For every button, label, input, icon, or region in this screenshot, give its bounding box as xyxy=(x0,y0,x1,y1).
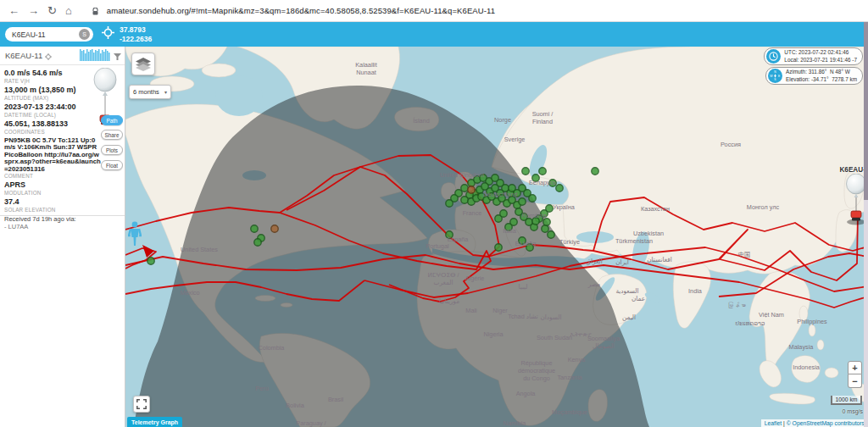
receiver-station-marker[interactable] xyxy=(543,219,550,225)
leaflet-map[interactable]: Kalaallit NunaatÍslandNorgeSverigeSuomi … xyxy=(125,47,868,427)
field-datetime: 2023-07-13 23:44:00DATETIME (LOCAL) xyxy=(4,103,103,118)
fullscreen-button[interactable] xyxy=(133,396,150,413)
user-lat: 37.8793 xyxy=(120,25,152,35)
received-ago-text: Received 7d 19h ago via: xyxy=(4,215,121,223)
lock-icon xyxy=(92,3,98,19)
azimuth-value: Azimuth: 311.86° xyxy=(786,69,826,75)
sidebar-title-row: K6EAU-11 xyxy=(0,47,125,65)
layers-icon xyxy=(136,58,151,71)
receiver-callsign[interactable]: - LU7AA xyxy=(4,223,121,230)
search-submit-button[interactable]: S xyxy=(79,29,90,40)
field-solar-elevation: 37.4SOLAR ELEVATION xyxy=(4,198,103,213)
utc-time: UTC: 2023-07-22 02:41:46 xyxy=(784,49,857,57)
local-time: Local: 2023-07-21 19:41:46 -7 xyxy=(784,57,857,64)
share-button[interactable]: Share xyxy=(101,130,123,140)
azimuth-direction: N 48° W xyxy=(830,69,850,75)
receiver-station-marker[interactable] xyxy=(546,205,553,212)
browser-chrome: ← → ↻ ⌂ amateur.sondehub.org/#!mt=Mapnik… xyxy=(0,0,868,22)
elevation-value: Elevation: -34.71° xyxy=(786,76,829,82)
reload-icon[interactable]: ↻ xyxy=(47,5,57,16)
telemetry-sidebar: K6EAU-11 0.0 m/s 54.6 m/sRATE V|H 13,000 xyxy=(0,47,125,427)
receiver-station-marker[interactable] xyxy=(526,244,533,251)
field-rate: 0.0 m/s 54.6 m/sRATE V|H xyxy=(4,69,103,84)
receiver-station-marker[interactable] xyxy=(251,225,258,232)
chaser-person-icon[interactable] xyxy=(128,221,142,250)
float-button[interactable]: Float xyxy=(101,160,123,170)
sondehub-app: ← → ↻ ⌂ amateur.sondehub.org/#!mt=Mapnik… xyxy=(0,0,868,427)
field-modulation: APRSMODULATION xyxy=(4,181,103,196)
receiver-station-marker[interactable] xyxy=(446,231,453,238)
url-text[interactable]: amateur.sondehub.org/#!mt=Mapnik&mz=3&qm… xyxy=(107,6,495,15)
receiver-station-marker[interactable] xyxy=(446,200,453,207)
map-attribution: Leaflet | © OpenStreetMap contributors xyxy=(761,419,868,427)
time-range-select[interactable]: 6 months ▾ xyxy=(129,85,171,99)
field-altitude: 13,000 m (13,850 m)ALTITUDE (MAX) xyxy=(4,86,103,101)
compass-icon: N S W E xyxy=(768,69,782,83)
time-range-value: 6 months xyxy=(133,88,159,96)
svg-text:N: N xyxy=(774,70,776,74)
fullscreen-icon xyxy=(136,399,147,409)
filter-funnel-icon[interactable] xyxy=(114,48,121,64)
zoom-out-button[interactable]: − xyxy=(848,374,862,388)
svg-text:W: W xyxy=(770,75,773,78)
azimuth-info-panel: N S W E Azimuth: 311.86° N 48° W Elevati… xyxy=(765,67,863,85)
receiver-station-marker[interactable] xyxy=(532,218,539,225)
svg-text:S: S xyxy=(774,78,776,81)
receiver-station-marker[interactable] xyxy=(461,185,468,191)
back-icon[interactable]: ← xyxy=(8,5,19,16)
receiver-station-marker[interactable] xyxy=(549,180,556,186)
receiver-station-marker[interactable] xyxy=(548,231,554,238)
user-coordinates: 37.8793 -122.2636 xyxy=(120,25,152,43)
callsign-search[interactable]: K6EAU-11 S xyxy=(5,27,93,42)
message-rate: 0 msg/s xyxy=(826,408,863,414)
clock-info-panel: UTC: 2023-07-22 02:41:46 Local: 2023-07-… xyxy=(764,47,863,65)
receiver-station-marker[interactable] xyxy=(539,168,546,175)
receiver-station-marker[interactable] xyxy=(522,168,529,175)
balloon-callsign[interactable]: K6EAU-11 xyxy=(5,51,42,60)
search-input[interactable]: K6EAU-11 xyxy=(12,30,79,39)
field-coordinates: 45.051, 138.88133COORDINATES xyxy=(4,120,103,135)
receiver-station-marker[interactable] xyxy=(542,225,548,232)
forward-icon[interactable]: → xyxy=(28,5,39,16)
path-button[interactable]: Path xyxy=(101,115,123,125)
focus-target-icon[interactable] xyxy=(45,48,52,64)
layers-control[interactable] xyxy=(131,53,155,75)
telemetry-graph-button[interactable]: Telemetry Graph xyxy=(127,417,182,427)
user-lon: -122.2636 xyxy=(120,35,152,44)
locate-crosshair-icon[interactable] xyxy=(102,26,114,42)
scrollbar-thumb[interactable] xyxy=(864,22,868,200)
field-comment: PN95KB 0C 5.7V To:121 Up:0m/s V:106Km/h … xyxy=(4,137,103,180)
chevron-down-icon: ▾ xyxy=(164,89,167,95)
chase-station-marker[interactable] xyxy=(271,225,278,232)
telemetry-histogram xyxy=(80,47,110,64)
receiver-station-marker[interactable] xyxy=(592,168,598,175)
receiver-station-marker[interactable] xyxy=(461,197,468,203)
receiver-station-marker[interactable] xyxy=(532,175,539,181)
zoom-in-button[interactable]: + xyxy=(848,361,862,374)
receiver-station-marker[interactable] xyxy=(147,258,154,264)
range-value: 7278.7 km xyxy=(832,76,857,82)
receiver-station-marker[interactable] xyxy=(254,239,261,246)
clock-icon xyxy=(766,49,781,64)
receiver-station-marker[interactable] xyxy=(529,195,536,202)
receiver-station-marker[interactable] xyxy=(556,185,563,191)
map-scale-bar: 1000 km xyxy=(831,396,862,405)
plots-button[interactable]: Plots xyxy=(101,145,123,155)
svg-text:E: E xyxy=(778,75,781,78)
telemetry-panel: 0.0 m/s 54.6 m/sRATE V|H 13,000 m (13,85… xyxy=(0,65,125,216)
receiver-station-marker[interactable] xyxy=(495,244,502,251)
receiver-station-marker[interactable] xyxy=(505,224,512,230)
osm-link[interactable]: © OpenStreetMap contributors xyxy=(787,420,865,426)
zoom-control: + − xyxy=(848,361,862,388)
receiver-station-marker[interactable] xyxy=(519,237,526,244)
app-header: K6EAU-11 S 37.8793 -122.2636 xyxy=(0,22,868,47)
chase-station-marker[interactable] xyxy=(468,186,475,193)
home-icon[interactable]: ⌂ xyxy=(65,5,72,16)
browser-scrollbar[interactable] xyxy=(864,22,868,427)
receiver-station-marker[interactable] xyxy=(519,198,526,205)
world-map-canvas xyxy=(125,47,868,427)
receiver-station-marker[interactable] xyxy=(500,210,507,217)
leaflet-link[interactable]: Leaflet xyxy=(765,420,782,426)
